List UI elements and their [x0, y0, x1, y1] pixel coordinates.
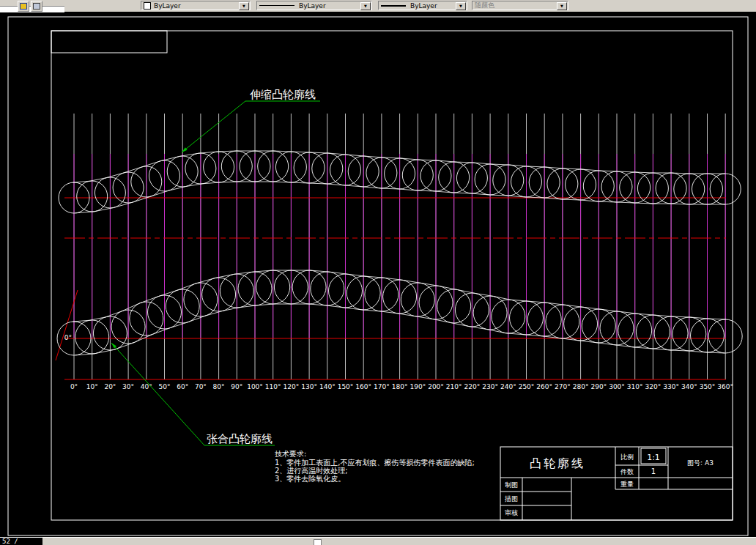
chevron-down-icon[interactable] [456, 2, 466, 10]
row-label-checked: 审核 [505, 509, 518, 516]
title-block-title: 凸轮廓线 [530, 456, 585, 470]
tech-req-item: 1、零件加工表面上,不应有划痕、擦伤等损伤零件表面的缺陷; [275, 459, 475, 467]
layer-previous-button[interactable] [31, 1, 42, 12]
plotstyle-control-value: 随颜色 [475, 1, 494, 10]
svg-text:270°: 270° [555, 383, 571, 390]
svg-text:10°: 10° [86, 383, 98, 390]
svg-text:300°: 300° [609, 383, 625, 390]
svg-text:220°: 220° [464, 383, 481, 390]
svg-text:310°: 310° [627, 383, 643, 390]
scale-label: 比例 [620, 453, 634, 461]
color-control-dropdown[interactable]: ByLayer [141, 1, 251, 10]
tech-req-title: 技术要求: [275, 450, 306, 458]
linetype-sample-icon [259, 5, 294, 6]
color-swatch-icon [144, 2, 151, 10]
origin-label: 0° [64, 334, 72, 341]
svg-text:340°: 340° [681, 383, 697, 390]
properties-toolbar: ByLayer ByLayer ByLayer 随颜色 [0, 0, 756, 12]
lineweight-control-value: ByLayer [410, 2, 437, 10]
qty-label: 件数 [620, 468, 634, 475]
lineweight-control-dropdown[interactable]: ByLayer [378, 1, 467, 10]
tech-req-item: 3、零件去除氧化皮。 [275, 475, 345, 483]
svg-text:40°: 40° [141, 383, 152, 390]
svg-text:320°: 320° [645, 383, 662, 390]
svg-text:100°: 100° [247, 383, 263, 390]
chevron-down-icon[interactable] [360, 2, 371, 10]
status-text: 52 / [0, 538, 42, 545]
svg-text:0°: 0° [70, 383, 78, 390]
lower-callout-label: 张合凸轮廓线 [207, 432, 273, 445]
svg-text:170°: 170° [374, 383, 390, 390]
svg-text:110°: 110° [265, 383, 281, 390]
layer-tool-icon [20, 3, 27, 10]
svg-text:140°: 140° [319, 383, 336, 390]
svg-text:180°: 180° [392, 383, 408, 390]
cad-canvas[interactable]: 0°10°20°30°40°50°60°70°80°90°100°110°120… [0, 0, 756, 545]
drawing-no: 图号: A3 [687, 459, 714, 467]
horizontal-scrollbar-thumb[interactable] [314, 539, 322, 545]
svg-text:160°: 160° [355, 383, 371, 390]
scale-value: 1:1 [647, 453, 660, 462]
svg-text:60°: 60° [177, 383, 188, 390]
svg-text:350°: 350° [700, 383, 716, 390]
svg-text:120°: 120° [284, 383, 300, 390]
svg-text:250°: 250° [519, 383, 535, 390]
svg-text:70°: 70° [195, 383, 207, 390]
plotstyle-control-dropdown[interactable]: 随颜色 [472, 1, 568, 10]
chevron-down-icon[interactable] [239, 2, 249, 10]
bottom-status-strip: 52 / [0, 537, 756, 545]
svg-text:200°: 200° [428, 383, 444, 390]
svg-text:240°: 240° [500, 383, 516, 390]
row-label-traced: 描图 [504, 495, 518, 503]
svg-text:150°: 150° [338, 383, 354, 390]
linetype-control-value: ByLayer [299, 2, 326, 10]
layers-icon [33, 3, 40, 10]
qty-value: 1 [651, 467, 656, 475]
svg-text:50°: 50° [159, 383, 171, 390]
row-label-drawn: 制图 [505, 481, 518, 489]
svg-text:290°: 290° [590, 383, 607, 390]
tech-req-item: 2、进行高温时效处理; [275, 467, 348, 475]
axis-degree-labels: 0°10°20°30°40°50°60°70°80°90°100°110°120… [70, 383, 733, 390]
svg-text:20°: 20° [104, 383, 116, 390]
svg-text:280°: 280° [573, 383, 589, 390]
svg-text:230°: 230° [482, 383, 498, 390]
svg-text:80°: 80° [213, 383, 225, 390]
upper-callout-label: 伸缩凸轮廓线 [249, 88, 316, 101]
svg-text:360°: 360° [717, 383, 733, 390]
linetype-control-dropdown[interactable]: ByLayer [256, 1, 372, 10]
weight-label: 重量 [620, 481, 634, 488]
svg-text:210°: 210° [446, 383, 462, 390]
chevron-down-icon[interactable] [557, 2, 567, 10]
svg-text:330°: 330° [663, 383, 679, 390]
make-layer-current-button[interactable] [18, 1, 29, 12]
lineweight-sample-icon [381, 5, 406, 7]
svg-text:190°: 190° [410, 383, 426, 390]
svg-text:30°: 30° [122, 383, 134, 390]
svg-text:90°: 90° [231, 383, 242, 390]
svg-text:260°: 260° [536, 383, 552, 390]
svg-text:130°: 130° [301, 383, 317, 390]
color-control-value: ByLayer [154, 2, 181, 10]
